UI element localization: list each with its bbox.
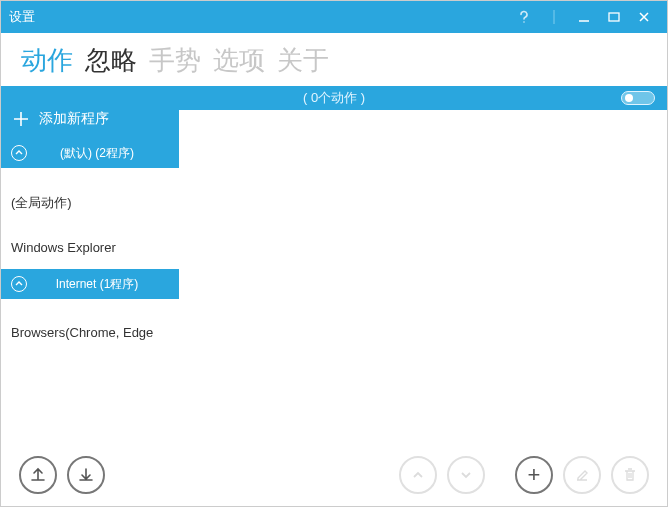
edit-icon <box>574 467 590 483</box>
tab-gestures[interactable]: 手势 <box>149 43 201 78</box>
move-down-button[interactable] <box>447 456 485 494</box>
trash-icon <box>622 467 638 483</box>
list-item[interactable]: (全局动作) <box>1 180 179 226</box>
titlebar[interactable]: 设置 <box>1 1 667 33</box>
group-label: Internet (1程序) <box>37 276 157 293</box>
window-title: 设置 <box>9 8 35 26</box>
chevron-up-icon <box>11 145 27 161</box>
tab-about[interactable]: 关于 <box>277 43 329 78</box>
delete-button[interactable] <box>611 456 649 494</box>
tab-ignore[interactable]: 忽略 <box>85 43 137 78</box>
add-program-button[interactable]: 添加新程序 <box>1 110 179 138</box>
list-item[interactable]: Browsers(Chrome, Edge <box>1 311 179 354</box>
add-action-button[interactable]: + <box>515 456 553 494</box>
help-icon[interactable] <box>509 1 539 33</box>
upload-icon <box>29 466 47 484</box>
close-icon[interactable] <box>629 1 659 33</box>
sidebar: 添加新程序 (默认) (2程序) (全局动作) Windows Explorer… <box>1 110 179 444</box>
svg-rect-2 <box>609 13 619 21</box>
tab-actions[interactable]: 动作 <box>21 43 73 78</box>
edit-button[interactable] <box>563 456 601 494</box>
tab-bar: 动作 忽略 手势 选项 关于 <box>1 33 667 86</box>
tab-options[interactable]: 选项 <box>213 43 265 78</box>
plus-icon: + <box>528 464 541 486</box>
plus-icon <box>13 111 29 127</box>
group-header-internet[interactable]: Internet (1程序) <box>1 269 179 299</box>
group-label: (默认) (2程序) <box>37 145 157 162</box>
spacer-icon <box>539 1 569 33</box>
action-count: ( 0个动作 ) <box>303 89 365 107</box>
footer-toolbar: + <box>1 444 667 506</box>
content-area <box>179 110 667 444</box>
list-item[interactable]: Windows Explorer <box>1 226 179 269</box>
import-button[interactable] <box>67 456 105 494</box>
chevron-up-icon <box>411 468 425 482</box>
minimize-icon[interactable] <box>569 1 599 33</box>
download-icon <box>77 466 95 484</box>
chevron-up-icon <box>11 276 27 292</box>
enable-toggle[interactable] <box>621 91 655 105</box>
export-button[interactable] <box>19 456 57 494</box>
group-header-default[interactable]: (默认) (2程序) <box>1 138 179 168</box>
content-header: ( 0个动作 ) <box>1 86 667 110</box>
add-program-label: 添加新程序 <box>39 110 109 128</box>
move-up-button[interactable] <box>399 456 437 494</box>
chevron-down-icon <box>459 468 473 482</box>
maximize-icon[interactable] <box>599 1 629 33</box>
